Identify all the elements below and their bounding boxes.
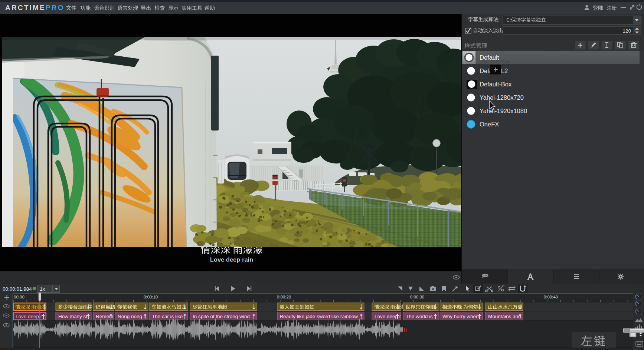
svg-text:Default: Default [480,54,499,61]
svg-text:Yahei-1920x1080: Yahei-1920x1080 [480,108,527,114]
svg-text:Love deep rain: Love deep rain [210,256,253,263]
svg-text:Yahei-1280x720: Yahei-1280x720 [480,94,524,101]
svg-text:Default-Box: Default-Box [480,81,512,88]
svg-text:OneFX: OneFX [480,121,499,128]
